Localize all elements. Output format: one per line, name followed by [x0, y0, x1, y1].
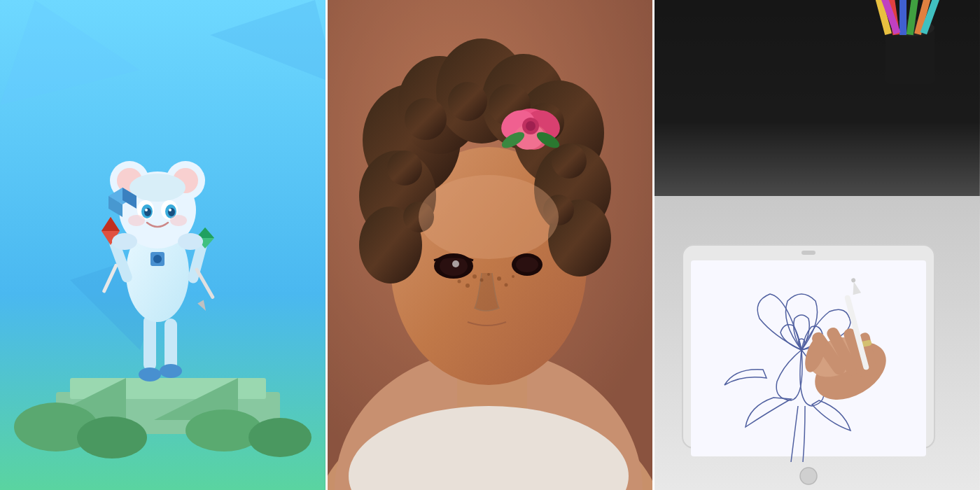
svg-point-69 [552, 144, 587, 178]
svg-point-75 [452, 260, 459, 267]
illustration-panel [0, 0, 326, 490]
svg-point-33 [145, 209, 148, 211]
svg-point-9 [77, 416, 147, 458]
svg-point-35 [128, 215, 145, 226]
svg-point-81 [487, 273, 490, 276]
illustration-svg [0, 0, 326, 490]
svg-point-42 [153, 255, 162, 263]
divider-1 [326, 0, 328, 490]
svg-point-84 [512, 275, 514, 278]
svg-point-65 [448, 82, 487, 121]
svg-point-26 [130, 174, 186, 202]
svg-point-14 [139, 368, 161, 382]
svg-point-79 [479, 279, 483, 282]
svg-point-85 [457, 280, 461, 284]
svg-point-82 [497, 276, 501, 281]
svg-point-78 [472, 274, 477, 279]
svg-point-68 [387, 150, 422, 186]
svg-point-15 [160, 364, 182, 378]
svg-point-77 [516, 257, 538, 272]
svg-rect-114 [802, 251, 816, 255]
main-layout: Smoothing Wrinkle Remover Blemish Fix ? … [0, 0, 980, 490]
svg-point-113 [800, 468, 817, 484]
svg-rect-13 [164, 318, 177, 371]
svg-point-36 [170, 215, 187, 226]
svg-point-11 [248, 418, 312, 457]
svg-point-93 [526, 121, 536, 131]
portrait-panel: Smoothing Wrinkle Remover Blemish Fix ? … [328, 0, 653, 490]
svg-point-80 [465, 284, 470, 288]
svg-point-43 [112, 233, 137, 250]
svg-rect-12 [144, 315, 156, 371]
divider-2 [652, 0, 654, 490]
svg-rect-102 [899, 0, 906, 35]
svg-point-83 [504, 284, 507, 287]
portrait-svg [328, 0, 653, 490]
svg-point-34 [169, 209, 172, 211]
drawing-panel [654, 0, 980, 490]
svg-point-44 [178, 233, 203, 250]
drawing-svg [654, 0, 980, 490]
svg-point-72 [419, 175, 559, 259]
svg-point-64 [405, 98, 447, 140]
